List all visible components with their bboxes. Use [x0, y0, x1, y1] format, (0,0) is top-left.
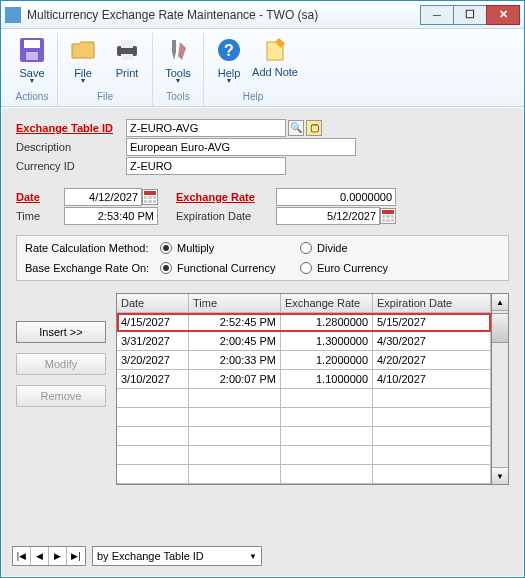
table-row[interactable]: 3/20/20272:00:33 PM1.20000004/20/2027: [117, 351, 491, 370]
chevron-down-icon: ▼: [29, 79, 36, 83]
insert-button[interactable]: Insert >>: [16, 321, 106, 343]
rate-calc-method-label: Rate Calculation Method:: [25, 242, 160, 254]
modify-button[interactable]: Modify: [16, 353, 106, 375]
currency-id-label: Currency ID: [16, 160, 126, 172]
description-label: Description: [16, 141, 126, 153]
save-button[interactable]: Save ▼: [11, 33, 53, 85]
col-time[interactable]: Time: [189, 294, 281, 313]
radio-divide[interactable]: Divide: [300, 242, 440, 254]
scroll-thumb[interactable]: [492, 313, 508, 343]
table-row[interactable]: [117, 427, 491, 446]
col-expiration[interactable]: Expiration Date: [373, 294, 491, 313]
options-group: Rate Calculation Method: Multiply Divide…: [16, 235, 509, 281]
cell-rate: 1.3000000: [281, 332, 373, 351]
currency-id-field[interactable]: Z-EURO: [126, 157, 286, 175]
date-label: Date: [16, 191, 64, 203]
remove-button[interactable]: Remove: [16, 385, 106, 407]
chevron-down-icon: ▼: [226, 79, 233, 83]
table-row[interactable]: 3/31/20272:00:45 PM1.30000004/30/2027: [117, 332, 491, 351]
app-window: Multicurrency Exchange Rate Maintenance …: [0, 0, 525, 578]
cell-exp: 4/20/2027: [373, 351, 491, 370]
lookup-icon[interactable]: 🔍: [288, 120, 304, 136]
table-row[interactable]: [117, 465, 491, 484]
scroll-down-icon[interactable]: ▼: [492, 467, 508, 484]
time-field[interactable]: 2:53:40 PM: [64, 207, 158, 225]
ribbon-group-actions: Actions: [16, 91, 49, 104]
file-button[interactable]: File ▼: [62, 33, 104, 85]
cell-exp: 5/15/2027: [373, 313, 491, 332]
exchange-rate-label: Exchange Rate: [176, 191, 276, 203]
calendar-icon[interactable]: [142, 189, 158, 205]
table-row[interactable]: [117, 389, 491, 408]
svg-rect-5: [121, 54, 133, 60]
exchange-table-id-field[interactable]: Z-EURO-AVG: [126, 119, 286, 137]
ribbon-group-tools: Tools: [166, 91, 189, 104]
col-rate[interactable]: Exchange Rate: [281, 294, 373, 313]
expiration-date-label: Expiration Date: [176, 210, 276, 222]
maximize-button[interactable]: ☐: [453, 5, 487, 25]
ribbon-group-file: File: [97, 91, 113, 104]
rates-table: Date Time Exchange Rate Expiration Date …: [116, 293, 492, 485]
titlebar: Multicurrency Exchange Rate Maintenance …: [1, 1, 524, 29]
save-icon: [17, 35, 47, 65]
record-nav: |◀ ◀ ▶ ▶|: [12, 546, 86, 566]
chevron-down-icon: ▼: [80, 79, 87, 83]
exchange-rate-field[interactable]: 0.0000000: [276, 188, 396, 206]
minimize-button[interactable]: ─: [420, 5, 454, 25]
svg-rect-1: [24, 40, 40, 48]
cell-time: 2:00:33 PM: [189, 351, 281, 370]
radio-euro-currency[interactable]: Euro Currency: [300, 262, 440, 274]
expiration-date-field[interactable]: 5/12/2027: [276, 207, 380, 225]
svg-rect-2: [26, 52, 38, 60]
date-field[interactable]: 4/12/2027: [64, 188, 142, 206]
tools-icon: [163, 35, 193, 65]
cell-time: 2:00:07 PM: [189, 370, 281, 389]
svg-text:?: ?: [224, 42, 234, 59]
base-exchange-rate-label: Base Exchange Rate On:: [25, 262, 160, 274]
nav-prev-button[interactable]: ◀: [31, 547, 49, 565]
radio-multiply[interactable]: Multiply: [160, 242, 300, 254]
ribbon-group-help: Help: [243, 91, 264, 104]
cell-date: 4/15/2027: [117, 313, 189, 332]
app-icon: [5, 7, 21, 23]
table-row[interactable]: 4/15/20272:52:45 PM1.28000005/15/2027: [117, 313, 491, 332]
cell-rate: 1.2800000: [281, 313, 373, 332]
table-row[interactable]: 3/10/20272:00:07 PM1.10000004/10/2027: [117, 370, 491, 389]
content-area: Exchange Table ID Z-EURO-AVG 🔍 ▢ Descrip…: [2, 108, 523, 576]
chevron-down-icon: ▼: [175, 79, 182, 83]
tools-button[interactable]: Tools ▼: [157, 33, 199, 85]
cell-exp: 4/30/2027: [373, 332, 491, 351]
radio-functional-currency[interactable]: Functional Currency: [160, 262, 300, 274]
nav-next-button[interactable]: ▶: [49, 547, 67, 565]
help-icon: ?: [214, 35, 244, 65]
time-label: Time: [16, 210, 64, 222]
vertical-scrollbar[interactable]: ▲ ▼: [492, 293, 509, 485]
description-field[interactable]: European Euro-AVG: [126, 138, 356, 156]
table-row[interactable]: [117, 408, 491, 427]
calendar-icon[interactable]: [380, 208, 396, 224]
note-icon[interactable]: ▢: [306, 120, 322, 136]
nav-first-button[interactable]: |◀: [13, 547, 31, 565]
print-icon: [112, 35, 142, 65]
sort-by-select[interactable]: by Exchange Table ID ▼: [92, 546, 262, 566]
ribbon: Save ▼ Actions File ▼ Print File: [1, 29, 524, 107]
cell-time: 2:00:45 PM: [189, 332, 281, 351]
scroll-up-icon[interactable]: ▲: [492, 294, 508, 311]
chevron-down-icon: ▼: [249, 552, 257, 561]
nav-last-button[interactable]: ▶|: [67, 547, 85, 565]
folder-icon: [68, 35, 98, 65]
exchange-table-id-label: Exchange Table ID: [16, 122, 126, 134]
cell-date: 3/10/2027: [117, 370, 189, 389]
window-title: Multicurrency Exchange Rate Maintenance …: [27, 8, 421, 22]
col-date[interactable]: Date: [117, 294, 189, 313]
cell-rate: 1.2000000: [281, 351, 373, 370]
print-button[interactable]: Print: [106, 33, 148, 85]
note-icon: [260, 35, 290, 65]
cell-exp: 4/10/2027: [373, 370, 491, 389]
cell-date: 3/31/2027: [117, 332, 189, 351]
close-button[interactable]: ✕: [486, 5, 520, 25]
add-note-button[interactable]: Add Note: [252, 33, 298, 85]
cell-date: 3/20/2027: [117, 351, 189, 370]
table-row[interactable]: [117, 446, 491, 465]
help-button[interactable]: ? Help ▼: [208, 33, 250, 85]
